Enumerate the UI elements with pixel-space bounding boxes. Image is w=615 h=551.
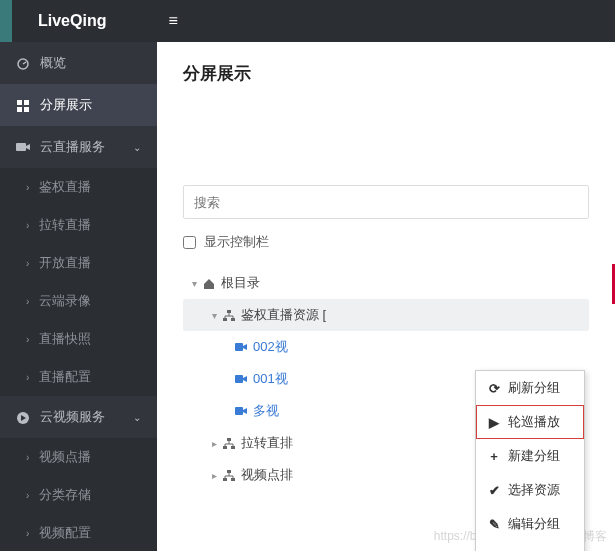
tree-label: 根目录	[221, 274, 260, 292]
svg-rect-14	[223, 446, 227, 449]
sitemap-icon	[223, 436, 235, 451]
video-icon	[235, 404, 247, 419]
grid-icon	[16, 97, 30, 113]
tree-group-auth[interactable]: ▾ 鉴权直播资源 [	[183, 299, 589, 331]
chevron-right-icon: ›	[26, 334, 29, 345]
home-icon	[203, 276, 215, 291]
show-controls-label: 显示控制栏	[204, 233, 269, 251]
nav-label: 云直播服务	[40, 138, 105, 156]
nav-video-service[interactable]: 云视频服务 ⌄	[0, 396, 157, 438]
toggle-icon[interactable]: ▸	[207, 438, 221, 449]
tree-label: 多视	[253, 402, 279, 420]
svg-rect-8	[223, 318, 227, 321]
context-menu: ⟳刷新分组 ▶轮巡播放 +新建分组 ✔选择资源 ✎编辑分组 ✖删除分组	[475, 370, 585, 551]
ctx-new[interactable]: +新建分组	[476, 439, 584, 473]
edit-icon: ✎	[486, 517, 502, 532]
nav-sub-item[interactable]: ›拉转直播	[0, 206, 157, 244]
main-content: 分屏展示 显示控制栏 ▾ 根目录 ▾ 鉴权直播资源 [ 002视 0	[157, 42, 615, 551]
nav-split-screen[interactable]: 分屏展示	[0, 84, 157, 126]
toggle-icon[interactable]: ▾	[207, 310, 221, 321]
nav-overview[interactable]: 概览	[0, 42, 157, 84]
chevron-down-icon: ⌄	[133, 142, 141, 153]
chevron-right-icon: ›	[26, 372, 29, 383]
svg-rect-11	[235, 375, 243, 383]
svg-rect-12	[235, 407, 243, 415]
svg-rect-17	[223, 478, 227, 481]
nav-sub-item[interactable]: ›视频配置	[0, 514, 157, 551]
svg-rect-4	[24, 107, 29, 112]
chevron-right-icon: ›	[26, 490, 29, 501]
nav-sub-item[interactable]: ›分类存储	[0, 476, 157, 514]
nav-live-sub: ›鉴权直播 ›拉转直播 ›开放直播 ›云端录像 ›直播快照 ›直播配置	[0, 168, 157, 396]
show-controls-checkbox[interactable]	[183, 236, 196, 249]
chevron-right-icon: ›	[26, 258, 29, 269]
svg-rect-10	[235, 343, 243, 351]
dashboard-icon	[16, 55, 30, 71]
tree-label: 001视	[253, 370, 288, 388]
ctx-play[interactable]: ▶轮巡播放	[476, 405, 584, 439]
play-icon: ▶	[486, 415, 502, 430]
svg-rect-15	[231, 446, 235, 449]
tree-root[interactable]: ▾ 根目录	[183, 267, 589, 299]
nav-live-service[interactable]: 云直播服务 ⌄	[0, 126, 157, 168]
nav-sub-item[interactable]: ›直播快照	[0, 320, 157, 358]
plus-icon: +	[486, 449, 502, 464]
nav-label: 云视频服务	[40, 408, 105, 426]
menu-toggle-icon[interactable]: ≡	[168, 12, 177, 30]
ctx-delete[interactable]: ✖删除分组	[476, 541, 584, 551]
video-icon	[235, 372, 247, 387]
chevron-right-icon: ›	[26, 296, 29, 307]
svg-rect-2	[24, 100, 29, 105]
chevron-down-icon: ⌄	[133, 412, 141, 423]
search-input[interactable]	[183, 185, 589, 219]
nav-video-sub: ›视频点播 ›分类存储 ›视频配置 ›视频广场⌄	[0, 438, 157, 551]
toggle-icon[interactable]: ▾	[187, 278, 201, 289]
chevron-right-icon: ›	[26, 528, 29, 539]
play-icon	[16, 409, 30, 425]
svg-rect-18	[231, 478, 235, 481]
ctx-edit[interactable]: ✎编辑分组	[476, 507, 584, 541]
tree-label: 视频点排	[241, 466, 293, 484]
svg-rect-5	[16, 143, 26, 151]
svg-rect-3	[17, 107, 22, 112]
svg-rect-7	[227, 310, 231, 313]
sidebar: 概览 分屏展示 云直播服务 ⌄ ›鉴权直播 ›拉转直播 ›开放直播 ›云端录像 …	[0, 42, 157, 551]
chevron-right-icon: ›	[26, 452, 29, 463]
tree-label: 拉转直排	[241, 434, 293, 452]
video-icon	[235, 340, 247, 355]
svg-rect-9	[231, 318, 235, 321]
ctx-select[interactable]: ✔选择资源	[476, 473, 584, 507]
refresh-icon: ⟳	[486, 381, 502, 396]
check-icon: ✔	[486, 483, 502, 498]
chevron-right-icon: ›	[26, 220, 29, 231]
svg-rect-1	[17, 100, 22, 105]
sitemap-icon	[223, 308, 235, 323]
camera-icon	[16, 139, 30, 155]
svg-rect-16	[227, 470, 231, 473]
toggle-icon[interactable]: ▸	[207, 470, 221, 481]
nav-sub-item[interactable]: ›云端录像	[0, 282, 157, 320]
ctx-refresh[interactable]: ⟳刷新分组	[476, 371, 584, 405]
brand: LiveQing	[38, 12, 106, 30]
nav-sub-item[interactable]: ›视频点播	[0, 438, 157, 476]
tree-label: 鉴权直播资源 [	[241, 306, 326, 324]
svg-rect-13	[227, 438, 231, 441]
nav-label: 分屏展示	[40, 96, 92, 114]
page-title: 分屏展示	[183, 62, 589, 85]
tree-label: 002视	[253, 338, 288, 356]
nav-sub-item[interactable]: ›直播配置	[0, 358, 157, 396]
nav-sub-item[interactable]: ›开放直播	[0, 244, 157, 282]
sitemap-icon	[223, 468, 235, 483]
nav-sub-item[interactable]: ›鉴权直播	[0, 168, 157, 206]
chevron-right-icon: ›	[26, 182, 29, 193]
nav-label: 概览	[40, 54, 66, 72]
tree-video-item[interactable]: 002视	[183, 331, 589, 363]
title-bar-edge	[0, 0, 12, 42]
